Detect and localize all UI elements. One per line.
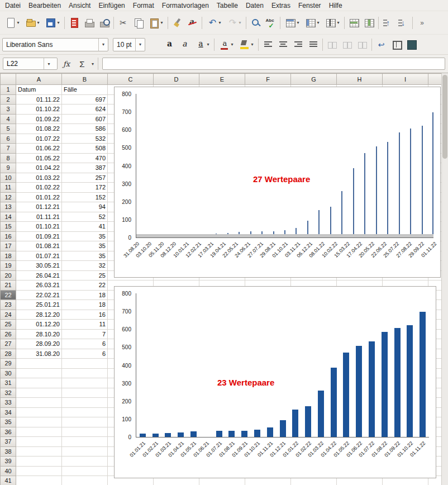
cell-A19[interactable]: 30.05.21	[16, 261, 62, 271]
menu-formatvorlagen[interactable]: Formatvorlagen	[158, 1, 213, 11]
find-replace-button[interactable]	[248, 15, 263, 31]
cell-B9[interactable]: 387	[62, 163, 108, 173]
cell-B27[interactable]: 6	[62, 339, 108, 349]
cell-A15[interactable]: 01.10.21	[16, 222, 62, 232]
row-header-23[interactable]: 23	[1, 300, 16, 310]
menu-hilfe[interactable]: Hilfe	[325, 1, 346, 11]
cell-B16[interactable]: 35	[62, 231, 108, 241]
cell-B20[interactable]: 25	[62, 270, 108, 280]
cell-A27[interactable]: 28.09.20	[16, 339, 62, 349]
cell-B40[interactable]	[62, 466, 108, 476]
cell-A28[interactable]: 31.08.20	[16, 349, 62, 359]
row-header-3[interactable]: 3	[1, 104, 16, 115]
align-center-button[interactable]	[275, 37, 290, 53]
cell-B33[interactable]	[62, 398, 108, 408]
chart-27-wertepaare[interactable]: 0100200300400500600700800 31.08.2003.10.…	[114, 87, 441, 278]
cell-A21[interactable]: 26.03.21	[16, 280, 62, 291]
cell-A22[interactable]: 22.02.21	[16, 290, 62, 300]
font-name-combobox[interactable]: Liberation Sans ▾	[2, 38, 108, 51]
cell-B13[interactable]: 94	[62, 202, 108, 212]
row-header-30[interactable]: 30	[1, 368, 16, 378]
dropdown-arrow-icon[interactable]: ▾	[17, 20, 19, 25]
cell-B32[interactable]	[62, 388, 108, 398]
row-header-19[interactable]: 19	[1, 261, 16, 271]
cell-A13[interactable]: 01.12.21	[16, 202, 62, 212]
row-header-11[interactable]: 11	[1, 183, 16, 193]
font-size-combobox[interactable]: 10 pt ▾	[113, 38, 145, 51]
cell-B2[interactable]: 697	[62, 94, 108, 104]
vertical-scrollbar[interactable]	[441, 73, 448, 485]
dropdown-arrow-icon[interactable]: ▾	[231, 42, 233, 47]
row-header-17[interactable]: 17	[1, 241, 16, 251]
cell-A1[interactable]: Datum	[16, 85, 62, 95]
row-header-18[interactable]: 18	[1, 251, 16, 261]
row-header-14[interactable]: 14	[1, 212, 16, 222]
row-header-35[interactable]: 35	[1, 417, 16, 427]
cut-button[interactable]: ✂	[116, 15, 131, 31]
row-header-12[interactable]: 12	[1, 192, 16, 202]
dropdown-arrow-icon[interactable]: ▾	[297, 20, 299, 25]
cell-B30[interactable]	[62, 368, 108, 378]
select-all-corner[interactable]	[1, 74, 16, 85]
row-header-1[interactable]: 1	[1, 85, 16, 95]
unmerge-button[interactable]	[355, 37, 370, 53]
column-header-G[interactable]: G	[291, 74, 337, 85]
column-header-C[interactable]: C	[108, 74, 154, 85]
cell-A25[interactable]: 01.12.20	[16, 320, 62, 330]
chevron-down-icon[interactable]: ▾	[44, 58, 54, 69]
cell-B34[interactable]	[62, 407, 108, 417]
clear-formatting-button[interactable]	[185, 15, 200, 31]
cell-A18[interactable]: 01.07.21	[16, 251, 62, 261]
row-header-29[interactable]: 29	[1, 359, 16, 369]
insert-row-button[interactable]	[346, 15, 361, 31]
row-header-38[interactable]: 38	[1, 446, 16, 457]
cell-A26[interactable]: 28.10.20	[16, 329, 62, 339]
justify-button[interactable]	[306, 37, 321, 53]
row-header-5[interactable]: 5	[1, 124, 16, 134]
sort-descending-button[interactable]: ↓	[395, 15, 411, 31]
row-header-6[interactable]: 6	[1, 134, 16, 144]
cell-A33[interactable]	[16, 398, 62, 408]
dropdown-arrow-icon[interactable]: ▾	[37, 20, 39, 25]
cell-B38[interactable]	[62, 446, 108, 457]
insert-column-button[interactable]	[361, 15, 376, 31]
cell-B7[interactable]: 508	[62, 144, 108, 154]
insert-columns-button[interactable]: ▾	[302, 15, 322, 31]
row-header-20[interactable]: 20	[1, 270, 16, 280]
row-header-31[interactable]: 31	[1, 378, 16, 388]
row-header-37[interactable]: 37	[1, 437, 16, 447]
cell-A41[interactable]	[16, 476, 62, 485]
align-right-button[interactable]	[290, 37, 306, 53]
row-header-4[interactable]: 4	[1, 114, 16, 124]
dropdown-arrow-icon[interactable]: ▾	[239, 20, 241, 25]
row-header-41[interactable]: 41	[1, 476, 16, 485]
redo-button[interactable]: ↷▾	[224, 15, 244, 31]
row-header-15[interactable]: 15	[1, 222, 16, 232]
bold-button[interactable]: a	[162, 37, 177, 53]
column-header-H[interactable]: H	[337, 74, 383, 85]
cell-B23[interactable]: 18	[62, 300, 108, 310]
cell-A38[interactable]	[16, 446, 62, 457]
row-header-7[interactable]: 7	[1, 144, 16, 154]
cell-A7[interactable]: 01.06.22	[16, 144, 62, 154]
chevron-down-icon[interactable]: ▾	[135, 39, 145, 51]
insert-table-button[interactable]: ▾	[282, 15, 302, 31]
freeze-panes-button[interactable]: ▾	[322, 15, 342, 31]
menu-einfügen[interactable]: Einfügen	[94, 1, 128, 11]
cell-A3[interactable]: 01.10.22	[16, 104, 62, 115]
cell-A30[interactable]	[16, 368, 62, 378]
cell-B37[interactable]	[62, 437, 108, 447]
menu-format[interactable]: Format	[129, 1, 158, 11]
dropdown-arrow-icon[interactable]: ▾	[57, 20, 59, 25]
cell-B35[interactable]	[62, 417, 108, 427]
cell-A20[interactable]: 26.04.21	[16, 270, 62, 280]
save-button[interactable]: ▾	[42, 15, 63, 31]
row-header-25[interactable]: 25	[1, 320, 16, 330]
cell-B4[interactable]: 607	[62, 114, 108, 124]
cell-B1[interactable]: Fälle	[62, 85, 108, 95]
menu-fenster[interactable]: Fenster	[294, 1, 325, 11]
row-header-8[interactable]: 8	[1, 153, 16, 163]
menu-ansicht[interactable]: Ansicht	[65, 1, 94, 11]
wrap-text-button[interactable]: ↩	[374, 37, 389, 53]
undo-button[interactable]: ↶▾	[204, 15, 224, 31]
